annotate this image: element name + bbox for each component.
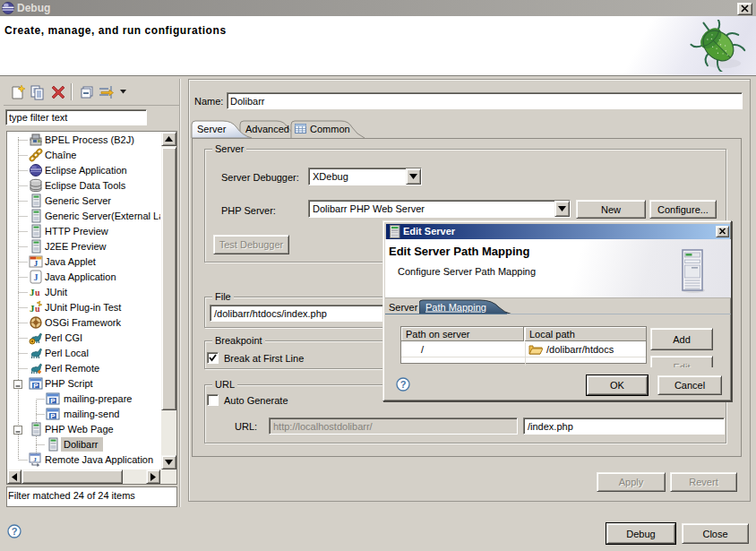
svg-text:P: P [33, 382, 39, 390]
svg-text:P: P [50, 412, 56, 420]
svg-text:?: ? [400, 379, 407, 390]
svg-text:J: J [33, 456, 37, 463]
svg-text:Path Mapping: Path Mapping [425, 302, 486, 313]
svg-text:J: J [34, 259, 39, 268]
svg-text:P: P [50, 397, 56, 405]
svg-text:J: J [34, 272, 39, 282]
svg-text:Advanced: Advanced [245, 124, 289, 134]
svg-text:?: ? [12, 526, 18, 537]
svg-text:Server: Server [197, 124, 227, 134]
svg-text:Common: Common [310, 124, 350, 134]
svg-text:u: u [35, 288, 40, 297]
